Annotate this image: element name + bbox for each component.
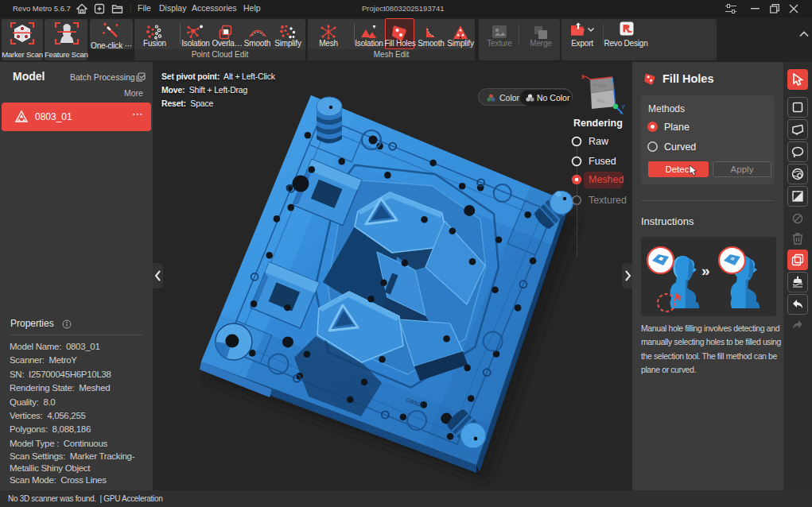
svg-text:X: X <box>581 74 585 81</box>
svg-text:Y: Y <box>621 103 625 110</box>
